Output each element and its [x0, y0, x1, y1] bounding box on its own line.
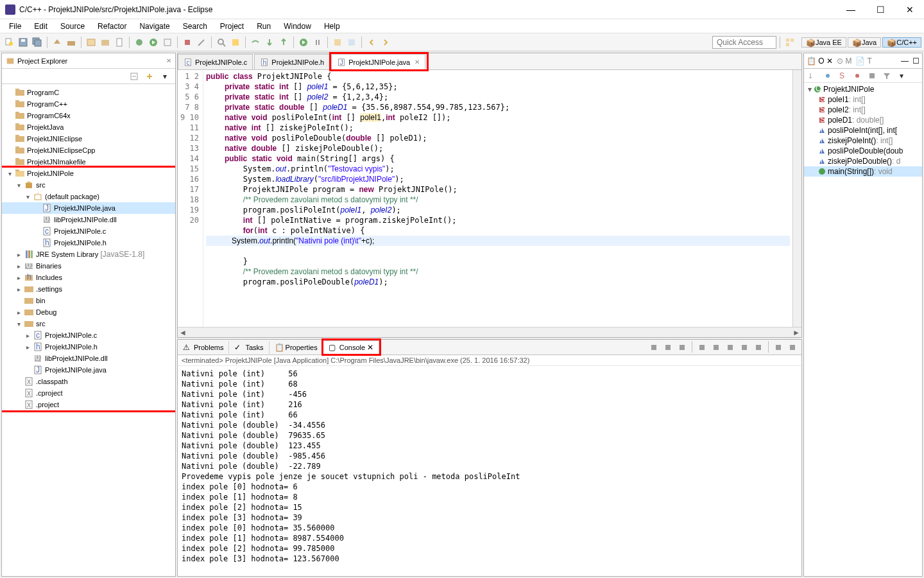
new-icon[interactable]: [3, 36, 15, 49]
search-icon[interactable]: [215, 36, 228, 49]
horizontal-scrollbar[interactable]: ◄►: [178, 327, 801, 337]
step-over-icon[interactable]: [249, 36, 262, 49]
minimize-button[interactable]: —: [842, 3, 860, 16]
outline-member[interactable]: SpoleI1 : int[]: [804, 94, 922, 105]
outline-member[interactable]: NziskejPoleInt() : int[]: [804, 136, 922, 146]
perspective-java[interactable]: 📦Java: [848, 37, 881, 48]
tree-node[interactable]: x.classpath: [2, 376, 175, 387]
tree-node[interactable]: JProjektJNIPole.java: [2, 202, 175, 214]
console-output[interactable]: Nativni pole (int) 56 Nativni pole (int)…: [178, 366, 801, 576]
menu-edit[interactable]: Edit: [29, 21, 53, 32]
resume-icon[interactable]: [297, 36, 310, 49]
tree-node[interactable]: ▾src: [2, 179, 175, 191]
remove-all-icon[interactable]: [676, 341, 689, 354]
close-view-icon[interactable]: ✕: [166, 57, 171, 64]
editor-tab[interactable]: JProjektJNIPole.java✕: [331, 54, 425, 69]
open-task-icon[interactable]: [345, 36, 358, 49]
tree-node[interactable]: cProjektJNIPole.c: [2, 225, 175, 237]
outline-class[interactable]: ▾CProjektJNIPole: [804, 84, 922, 94]
tree-node[interactable]: 01libProjektJNIPole.dll: [2, 353, 175, 364]
quick-access-input[interactable]: [712, 36, 776, 49]
perspective-javaee[interactable]: 📦Java EE: [801, 37, 846, 48]
outline-member[interactable]: SpoleD1 : double[]: [804, 115, 922, 125]
menu-refactor[interactable]: Refactor: [92, 21, 132, 32]
tree-node[interactable]: 01libProjektJNIPole.dll: [2, 214, 175, 225]
hide-static-icon[interactable]: S: [836, 69, 849, 82]
menu-source[interactable]: Source: [55, 21, 90, 32]
tree-node[interactable]: ▸JRE System Library [JavaSE-1.8]: [2, 249, 175, 260]
menu-run[interactable]: Run: [252, 21, 276, 32]
terminate-icon[interactable]: [647, 341, 660, 354]
tree-node[interactable]: ▸Debug: [2, 306, 175, 318]
outline-tab-o[interactable]: 📋 O ✕: [807, 57, 833, 66]
forward-icon[interactable]: [379, 36, 392, 49]
outline-member[interactable]: NposliPoleInt(int[], int[: [804, 125, 922, 136]
bottom-tab-properties[interactable]: 📋Properties: [270, 341, 323, 354]
menu-help[interactable]: Help: [319, 21, 345, 32]
view-menu-icon[interactable]: ▾: [158, 70, 171, 83]
tree-node[interactable]: ProjektJNIEclipse: [2, 133, 175, 144]
menu-file[interactable]: File: [4, 21, 26, 32]
tree-node[interactable]: ▸.settings: [2, 283, 175, 295]
save-all-icon[interactable]: [31, 36, 44, 49]
outline-member[interactable]: main(String[]) : void: [804, 166, 922, 177]
open-console-icon[interactable]: [752, 341, 765, 354]
tree-node[interactable]: ProjektJNIEclipseCpp: [2, 144, 175, 156]
pin-icon[interactable]: [724, 341, 737, 354]
close-tab-icon[interactable]: ✕: [367, 343, 373, 352]
save-icon[interactable]: [17, 36, 30, 49]
tree-node[interactable]: ProgramC: [2, 87, 175, 98]
outline-menu-icon[interactable]: ▾: [895, 69, 908, 82]
editor-tab[interactable]: cProjektJNIPole.c: [178, 54, 253, 69]
terminate-icon[interactable]: [181, 36, 194, 49]
wand-icon[interactable]: [195, 36, 208, 49]
tree-node[interactable]: hProjektJNIPole.h: [2, 237, 175, 249]
project-tree[interactable]: ProgramCProgramC++ProgramC64xProjektJava…: [2, 84, 175, 576]
hide-fields-icon[interactable]: [821, 69, 834, 82]
tree-node[interactable]: ▸hIncludes: [2, 272, 175, 283]
bottom-tab-tasks[interactable]: ✓Tasks: [229, 341, 269, 354]
tree-node[interactable]: ▾(default package): [2, 191, 175, 202]
build-all-icon[interactable]: [65, 36, 78, 49]
outline-member[interactable]: SpoleI2 : int[]: [804, 105, 922, 115]
perspective-cc[interactable]: 📦C/C++: [882, 37, 921, 48]
new-file-icon[interactable]: [113, 36, 126, 49]
hide-local-icon[interactable]: [866, 69, 878, 82]
hide-nonpublic-icon[interactable]: [851, 69, 864, 82]
bottom-tab-problems[interactable]: ⚠Problems: [178, 341, 229, 354]
scroll-lock-icon[interactable]: [710, 341, 723, 354]
tree-node[interactable]: ▾ProjektJNIPole: [2, 168, 175, 179]
max-view-icon[interactable]: ☐: [912, 57, 920, 66]
new-folder-icon[interactable]: [99, 36, 112, 49]
max-icon[interactable]: [786, 341, 799, 354]
build-icon[interactable]: [51, 36, 64, 49]
run-icon[interactable]: [147, 36, 160, 49]
code-editor[interactable]: public class ProjektJNIPole { private st…: [203, 70, 792, 327]
menu-window[interactable]: Window: [278, 21, 316, 32]
tree-node[interactable]: ▸cProjektJNIPole.c: [2, 329, 175, 341]
min-icon[interactable]: [772, 341, 785, 354]
link-editor-icon[interactable]: [143, 70, 156, 83]
menu-navigate[interactable]: Navigate: [134, 21, 175, 32]
coverage-icon[interactable]: [161, 36, 174, 49]
tree-node[interactable]: ▾src: [2, 318, 175, 329]
tree-node[interactable]: x.project: [2, 399, 175, 410]
debug-icon[interactable]: [133, 36, 146, 49]
bottom-tab-console[interactable]: ▢Console ✕: [323, 340, 379, 354]
min-view-icon[interactable]: —: [901, 57, 909, 66]
tree-node[interactable]: ▸010Binaries: [2, 260, 175, 272]
maximize-button[interactable]: ☐: [871, 3, 889, 16]
tree-node[interactable]: x.cproject: [2, 387, 175, 399]
menu-project[interactable]: Project: [215, 21, 249, 32]
toggle-mark-icon[interactable]: [229, 36, 242, 49]
filter-icon[interactable]: [880, 69, 893, 82]
outline-member[interactable]: NziskejPoleDouble() : d: [804, 156, 922, 166]
editor-tab[interactable]: hProjektJNIPole.h: [254, 54, 330, 69]
sort-icon[interactable]: [807, 69, 819, 82]
clear-icon[interactable]: [696, 341, 708, 354]
step-into-icon[interactable]: [263, 36, 276, 49]
suspend-icon[interactable]: [311, 36, 324, 49]
display-icon[interactable]: [738, 341, 751, 354]
tree-node[interactable]: bin: [2, 295, 175, 306]
tree-node[interactable]: ProgramC64x: [2, 110, 175, 121]
